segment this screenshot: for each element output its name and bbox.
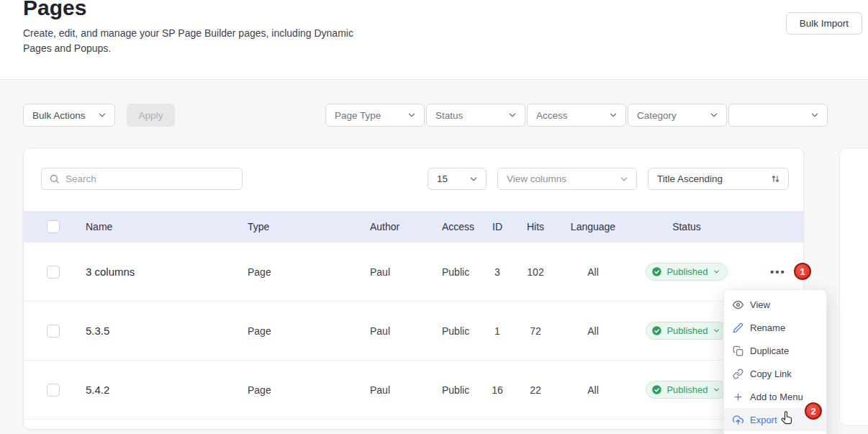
- link-icon: [733, 369, 743, 379]
- column-header-name[interactable]: Name: [63, 221, 225, 232]
- menu-item-label: Add to Menu: [750, 392, 803, 402]
- bulk-actions-select[interactable]: Bulk Actions: [23, 104, 115, 127]
- annotation-step-2-badge: 2: [805, 402, 822, 420]
- extra-filter-select[interactable]: [728, 104, 828, 127]
- status-label: Published: [666, 325, 707, 336]
- sort-select[interactable]: Title Ascending: [648, 168, 789, 190]
- search-box: [41, 168, 243, 190]
- table-row: 5.3.5 Page Paul Public 1 72 All Publishe…: [24, 302, 803, 361]
- menu-item-label: View: [750, 299, 770, 310]
- menu-item-label: Duplicate: [750, 345, 789, 356]
- page-type-filter-select[interactable]: Page Type: [325, 104, 425, 127]
- page-author-cell: Paul: [347, 266, 419, 278]
- row-checkbox[interactable]: [47, 325, 60, 338]
- chevron-down-icon: [713, 386, 720, 394]
- chevron-down-icon: [469, 174, 479, 184]
- table-row: 3 columns Page Paul Public 3 102 All Pub…: [24, 243, 803, 302]
- table-header-row: Name Type Author Access ID Hits Language…: [24, 211, 803, 243]
- menu-item-duplicate[interactable]: Duplicate: [724, 339, 826, 362]
- side-panel: [839, 148, 868, 426]
- menu-item-label: Rename: [750, 322, 785, 333]
- access-filter-label: Access: [536, 110, 568, 121]
- page-access-cell: Public: [419, 266, 481, 278]
- status-badge[interactable]: Published: [646, 322, 727, 340]
- column-header-hits[interactable]: Hits: [514, 221, 557, 232]
- duplicate-icon: [733, 345, 743, 356]
- check-circle-icon: [651, 266, 662, 277]
- sort-label: Title Ascending: [657, 173, 723, 184]
- per-page-value: 15: [437, 173, 448, 184]
- chevron-down-icon: [608, 110, 618, 120]
- sort-arrows-icon: [770, 173, 781, 184]
- per-page-select[interactable]: 15: [428, 168, 487, 190]
- page-type-cell: Page: [225, 325, 347, 337]
- category-filter-label: Category: [637, 110, 677, 121]
- cloud-upload-icon: [733, 415, 743, 425]
- page-author-cell: Paul: [347, 384, 419, 396]
- column-header-language[interactable]: Language: [557, 221, 629, 232]
- status-badge[interactable]: Published: [646, 263, 727, 281]
- page-id-cell: 1: [481, 325, 514, 337]
- table-row: 5.4.2 Page Paul Public 16 22 All Publish…: [24, 361, 803, 420]
- row-actions-menu-button[interactable]: •••: [770, 266, 786, 278]
- status-filter-select[interactable]: Status: [426, 104, 525, 127]
- chevron-down-icon: [619, 174, 629, 184]
- page-id-cell: 16: [481, 384, 514, 396]
- status-filter-label: Status: [435, 110, 463, 121]
- menu-item-label: Export: [750, 415, 777, 425]
- chevron-down-icon: [713, 327, 720, 335]
- pencil-icon: [733, 322, 743, 333]
- pages-list-card: 15 View columns Title Ascending Name Typ…: [23, 148, 804, 430]
- row-checkbox[interactable]: [47, 266, 60, 279]
- hand-cursor-icon: [779, 410, 795, 426]
- access-filter-select[interactable]: Access: [527, 104, 626, 127]
- apply-button[interactable]: Apply: [127, 104, 175, 127]
- select-all-checkbox[interactable]: [47, 220, 60, 233]
- plus-icon: [733, 392, 743, 402]
- page-name-link[interactable]: 5.4.2: [63, 384, 225, 396]
- page-name-link[interactable]: 5.3.5: [63, 325, 225, 337]
- row-checkbox[interactable]: [47, 384, 60, 397]
- page-access-cell: Public: [419, 384, 481, 396]
- chevron-down-icon: [709, 110, 719, 120]
- view-columns-label: View columns: [507, 173, 566, 184]
- page-hits-cell: 22: [514, 384, 557, 396]
- page-language-cell: All: [557, 384, 629, 396]
- chevron-down-icon: [507, 110, 517, 120]
- page-type-cell: Page: [225, 266, 347, 278]
- page-hits-cell: 72: [514, 325, 557, 337]
- menu-item-label: Copy Link: [750, 369, 792, 379]
- page-id-cell: 3: [481, 266, 514, 278]
- eye-icon: [733, 299, 743, 310]
- chevron-down-icon: [713, 268, 720, 276]
- category-filter-select[interactable]: Category: [628, 104, 727, 127]
- column-header-type[interactable]: Type: [225, 221, 347, 232]
- page-subtitle: Create, edit, and manage your SP Page Bu…: [23, 26, 356, 56]
- check-circle-icon: [651, 384, 662, 395]
- page-header: Pages Create, edit, and manage your SP P…: [0, 0, 868, 80]
- column-header-id[interactable]: ID: [481, 221, 514, 232]
- status-label: Published: [666, 266, 707, 277]
- column-header-access[interactable]: Access: [419, 221, 481, 232]
- menu-item-copy-link[interactable]: Copy Link: [724, 362, 826, 385]
- page-author-cell: Paul: [347, 325, 419, 337]
- bulk-import-button[interactable]: Bulk Import: [786, 12, 862, 35]
- page-language-cell: All: [557, 266, 629, 278]
- view-columns-select[interactable]: View columns: [497, 168, 637, 190]
- column-header-author[interactable]: Author: [347, 221, 419, 232]
- page-type-filter-label: Page Type: [335, 110, 381, 121]
- search-icon: [49, 173, 60, 184]
- search-input[interactable]: [65, 173, 235, 184]
- status-badge[interactable]: Published: [646, 381, 727, 399]
- page-language-cell: All: [557, 325, 629, 337]
- annotation-step-1-badge: 1: [794, 263, 811, 280]
- chevron-down-icon: [407, 110, 417, 120]
- chevron-down-icon: [97, 110, 107, 120]
- column-header-status[interactable]: Status: [629, 221, 744, 232]
- menu-item-view[interactable]: View: [724, 293, 826, 316]
- page-type-cell: Page: [225, 384, 347, 396]
- page-hits-cell: 102: [514, 266, 557, 278]
- bulk-actions-label: Bulk Actions: [32, 110, 86, 121]
- page-name-link[interactable]: 3 columns: [63, 266, 225, 278]
- menu-item-rename[interactable]: Rename: [724, 316, 826, 339]
